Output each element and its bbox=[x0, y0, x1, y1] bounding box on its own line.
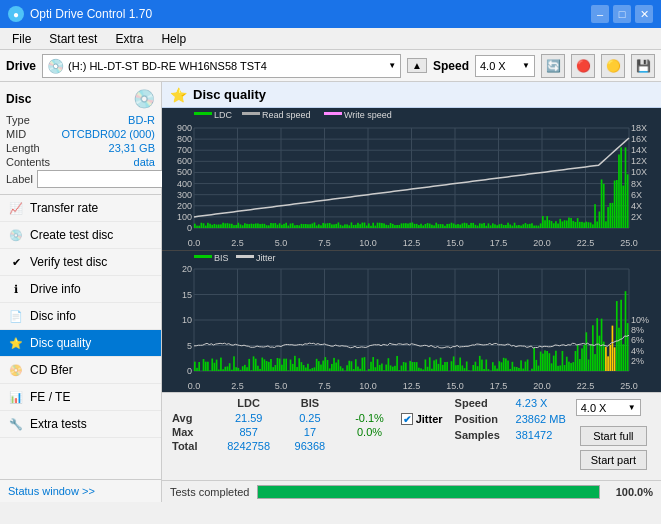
sidebar-item-disc-info[interactable]: 📄 Disc info bbox=[0, 303, 161, 330]
drive-bar: Drive 💿 (H:) HL-DT-ST BD-RE WH16NS58 TST… bbox=[0, 50, 661, 82]
table-row: Total 8242758 96368 bbox=[168, 439, 395, 453]
disc-mid-value: OTCBDR002 (000) bbox=[61, 128, 155, 140]
eject-button[interactable]: ▲ bbox=[407, 58, 427, 73]
app-icon: ● bbox=[8, 6, 24, 22]
disc-label-input[interactable] bbox=[37, 170, 181, 188]
speed-stat-label: Speed bbox=[455, 397, 510, 409]
cd-bfer-label: CD Bfer bbox=[30, 363, 153, 377]
progress-fill bbox=[258, 486, 599, 498]
sidebar-item-extra-tests[interactable]: 🔧 Extra tests bbox=[0, 411, 161, 438]
jitter-checkbox[interactable]: ✔ bbox=[401, 413, 413, 425]
create-test-disc-label: Create test disc bbox=[30, 228, 153, 242]
max-jitter: 0.0% bbox=[344, 425, 394, 439]
sidebar-item-cd-bfer[interactable]: 📀 CD Bfer bbox=[0, 357, 161, 384]
speed-position-section: Speed 4.23 X Position 23862 MB Samples 3… bbox=[449, 395, 572, 478]
stats-table: LDC BIS Avg 21.59 0.25 bbox=[168, 395, 395, 478]
settings-button2[interactable]: 🟡 bbox=[601, 54, 625, 78]
start-full-button[interactable]: Start full bbox=[580, 426, 647, 446]
total-jitter bbox=[344, 439, 394, 453]
samples-row: Samples 381472 bbox=[455, 429, 566, 441]
table-row: Max 857 17 0.0% bbox=[168, 425, 395, 439]
max-label: Max bbox=[168, 425, 214, 439]
speed-value: 4.0 X bbox=[480, 60, 518, 72]
sidebar-item-create-test-disc[interactable]: 💿 Create test disc bbox=[0, 222, 161, 249]
extra-tests-label: Extra tests bbox=[30, 417, 153, 431]
drive-info-label: Drive info bbox=[30, 282, 153, 296]
menu-help[interactable]: Help bbox=[153, 30, 194, 48]
avg-jitter: -0.1% bbox=[344, 411, 394, 425]
settings-button1[interactable]: 🔴 bbox=[571, 54, 595, 78]
ldc-chart-canvas bbox=[162, 108, 661, 250]
avg-label: Avg bbox=[168, 411, 214, 425]
menu-extra[interactable]: Extra bbox=[107, 30, 151, 48]
drive-label: Drive bbox=[6, 59, 36, 73]
close-button[interactable]: ✕ bbox=[635, 5, 653, 23]
disc-quality-panel-title: Disc quality bbox=[193, 87, 266, 102]
minimize-button[interactable]: – bbox=[591, 5, 609, 23]
speed-stat-value: 4.23 X bbox=[516, 397, 548, 409]
title-bar: ● Opti Drive Control 1.70 – □ ✕ bbox=[0, 0, 661, 28]
menu-file[interactable]: File bbox=[4, 30, 39, 48]
jitter-checkbox-label[interactable]: ✔ Jitter bbox=[401, 413, 443, 425]
speed-select[interactable]: 4.0 X ▼ bbox=[475, 55, 535, 77]
total-ldc: 8242758 bbox=[214, 439, 284, 453]
title-bar-controls: – □ ✕ bbox=[591, 5, 653, 23]
disc-quality-label: Disc quality bbox=[30, 336, 153, 350]
drive-select-text: (H:) HL-DT-ST BD-RE WH16NS58 TST4 bbox=[68, 60, 384, 72]
speed-start-section: 4.0 X ▼ Start full Start part bbox=[572, 395, 655, 478]
samples-label: Samples bbox=[455, 429, 510, 441]
disc-info-label: Disc info bbox=[30, 309, 153, 323]
total-bis: 96368 bbox=[283, 439, 336, 453]
total-label: Total bbox=[168, 439, 214, 453]
drive-select[interactable]: 💿 (H:) HL-DT-ST BD-RE WH16NS58 TST4 ▼ bbox=[42, 54, 401, 78]
save-button[interactable]: 💾 bbox=[631, 54, 655, 78]
sidebar-item-fe-te[interactable]: 📊 FE / TE bbox=[0, 384, 161, 411]
start-buttons: Start full Start part bbox=[576, 422, 651, 474]
ldc-col-header: LDC bbox=[214, 395, 284, 411]
progress-bar-area: Tests completed 100.0% bbox=[162, 480, 661, 502]
progress-percent: 100.0% bbox=[608, 486, 653, 498]
transfer-rate-label: Transfer rate bbox=[30, 201, 153, 215]
sidebar-item-transfer-rate[interactable]: 📈 Transfer rate bbox=[0, 195, 161, 222]
speed-stat-dropdown[interactable]: 4.0 X ▼ bbox=[576, 399, 641, 416]
sidebar-item-disc-quality[interactable]: ⭐ Disc quality bbox=[0, 330, 161, 357]
avg-bis: 0.25 bbox=[283, 411, 336, 425]
jitter-label: Jitter bbox=[416, 413, 443, 425]
maximize-button[interactable]: □ bbox=[613, 5, 631, 23]
menu-start-test[interactable]: Start test bbox=[41, 30, 105, 48]
disc-length-label: Length bbox=[6, 142, 40, 154]
bis-col-header: BIS bbox=[283, 395, 336, 411]
max-ldc: 857 bbox=[214, 425, 284, 439]
speed-dropdown-arrow-icon: ▼ bbox=[628, 403, 636, 412]
disc-label-label: Label bbox=[6, 173, 33, 185]
main-area: Disc 💿 Type BD-R MID OTCBDR002 (000) Len… bbox=[0, 82, 661, 502]
sidebar: Disc 💿 Type BD-R MID OTCBDR002 (000) Len… bbox=[0, 82, 162, 502]
disc-mid-row: MID OTCBDR002 (000) bbox=[6, 128, 155, 140]
disc-title: Disc bbox=[6, 92, 31, 106]
status-window-button[interactable]: Status window >> bbox=[0, 479, 161, 502]
create-test-disc-icon: 💿 bbox=[8, 227, 24, 243]
progress-label: Tests completed bbox=[170, 486, 249, 498]
disc-quality-panel-icon: ⭐ bbox=[170, 87, 187, 103]
speed-dropdown-value: 4.0 X bbox=[581, 402, 624, 414]
nav-items: 📈 Transfer rate 💿 Create test disc ✔ Ver… bbox=[0, 195, 161, 438]
fe-te-label: FE / TE bbox=[30, 390, 153, 404]
start-part-button[interactable]: Start part bbox=[580, 450, 647, 470]
disc-header: Disc 💿 bbox=[6, 88, 155, 110]
content-area: ⭐ Disc quality LDC BIS bbox=[162, 82, 661, 502]
sidebar-item-drive-info[interactable]: ℹ Drive info bbox=[0, 276, 161, 303]
disc-mid-label: MID bbox=[6, 128, 26, 140]
sidebar-item-verify-test-disc[interactable]: ✔ Verify test disc bbox=[0, 249, 161, 276]
chart1 bbox=[162, 108, 661, 251]
jitter-section: ✔ Jitter bbox=[395, 395, 449, 478]
disc-cd-icon: 💿 bbox=[133, 88, 155, 110]
checkmark-icon: ✔ bbox=[403, 414, 411, 425]
refresh-button[interactable]: 🔄 bbox=[541, 54, 565, 78]
disc-section: Disc 💿 Type BD-R MID OTCBDR002 (000) Len… bbox=[0, 82, 161, 195]
disc-quality-icon: ⭐ bbox=[8, 335, 24, 351]
table-row: Avg 21.59 0.25 -0.1% bbox=[168, 411, 395, 425]
disc-quality-header: ⭐ Disc quality bbox=[162, 82, 661, 108]
disc-type-row: Type BD-R bbox=[6, 114, 155, 126]
max-bis: 17 bbox=[283, 425, 336, 439]
disc-label-row: Label ✏ bbox=[6, 170, 155, 188]
